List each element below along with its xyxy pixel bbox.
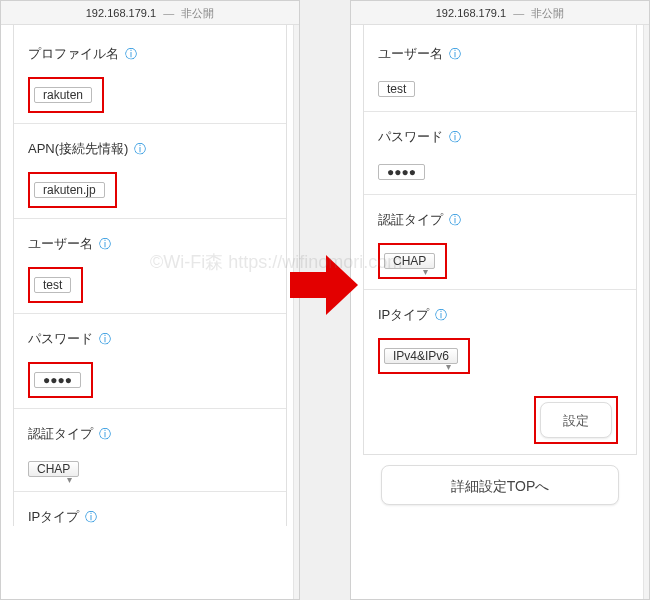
chevron-down-icon: ▾ <box>446 355 451 379</box>
password-label: パスワード <box>28 331 93 346</box>
address-bar-left: 192.168.179.1 — 非公開 <box>1 1 299 25</box>
apn-input[interactable]: rakuten.jp <box>34 182 105 198</box>
url-privacy: 非公開 <box>181 7 214 19</box>
apply-button[interactable]: 設定 <box>540 402 612 438</box>
password-input[interactable]: ●●●● <box>34 372 81 388</box>
highlight-box: ●●●● <box>28 362 93 398</box>
password-block: パスワード ⓘ ●●●● <box>364 112 636 194</box>
profile-name-input[interactable]: rakuten <box>34 87 92 103</box>
auth-type-block: 認証タイプ ⓘ CHAP ▾ <box>364 195 636 289</box>
url-ip: 192.168.179.1 <box>436 7 506 19</box>
chevron-down-icon: ▾ <box>423 260 428 284</box>
username-block: ユーザー名 ⓘ test <box>364 29 636 111</box>
help-icon[interactable]: ⓘ <box>99 236 111 253</box>
password-block: パスワード ⓘ ●●●● <box>14 314 286 408</box>
chevron-down-icon: ▾ <box>67 468 72 492</box>
help-icon[interactable]: ⓘ <box>99 331 111 348</box>
ip-type-select[interactable]: IPv4&IPv6 ▾ <box>384 348 458 364</box>
username-block: ユーザー名 ⓘ test <box>14 219 286 313</box>
auth-type-select[interactable]: CHAP ▾ <box>28 461 79 477</box>
auth-type-select[interactable]: CHAP ▾ <box>384 253 435 269</box>
back-to-top-button[interactable]: 詳細設定TOPへ <box>381 465 619 505</box>
ip-type-label: IPタイプ <box>28 509 79 524</box>
arrow-right-icon <box>290 250 360 320</box>
help-icon[interactable]: ⓘ <box>125 46 137 63</box>
auth-type-block: 認証タイプ ⓘ CHAP ▾ <box>14 409 286 491</box>
username-label: ユーザー名 <box>378 46 443 61</box>
highlight-box: rakuten.jp <box>28 172 117 208</box>
ip-type-block: IPタイプ ⓘ IPv4&IPv6 ▾ <box>364 290 636 384</box>
highlight-box: IPv4&IPv6 ▾ <box>378 338 470 374</box>
left-pane: 192.168.179.1 — 非公開 プロファイル名 ⓘ rakuten <box>0 0 300 600</box>
auth-type-label: 認証タイプ <box>378 212 443 227</box>
profile-name-block: プロファイル名 ⓘ rakuten <box>14 29 286 123</box>
help-icon[interactable]: ⓘ <box>449 212 461 229</box>
highlight-box: CHAP ▾ <box>378 243 447 279</box>
username-input[interactable]: test <box>378 81 415 97</box>
scrollbar[interactable] <box>643 25 649 599</box>
highlight-box: rakuten <box>28 77 104 113</box>
auth-type-value: CHAP <box>37 462 70 476</box>
highlight-box: 設定 <box>534 396 618 444</box>
password-input[interactable]: ●●●● <box>378 164 425 180</box>
username-input[interactable]: test <box>34 277 71 293</box>
apn-block: APN(接続先情報) ⓘ rakuten.jp <box>14 124 286 218</box>
right-pane: 192.168.179.1 — 非公開 ユーザー名 ⓘ test パスワ <box>350 0 650 600</box>
password-label: パスワード <box>378 129 443 144</box>
help-icon[interactable]: ⓘ <box>85 509 97 526</box>
help-icon[interactable]: ⓘ <box>99 426 111 443</box>
url-privacy: 非公開 <box>531 7 564 19</box>
auth-type-value: CHAP <box>393 254 426 268</box>
profile-name-label: プロファイル名 <box>28 46 119 61</box>
help-icon[interactable]: ⓘ <box>435 307 447 324</box>
ip-type-label: IPタイプ <box>378 307 429 322</box>
apn-label: APN(接続先情報) <box>28 141 128 156</box>
auth-type-label: 認証タイプ <box>28 426 93 441</box>
address-bar-right: 192.168.179.1 — 非公開 <box>351 1 649 25</box>
help-icon[interactable]: ⓘ <box>449 46 461 63</box>
help-icon[interactable]: ⓘ <box>449 129 461 146</box>
help-icon[interactable]: ⓘ <box>134 141 146 158</box>
ip-type-value: IPv4&IPv6 <box>393 349 449 363</box>
username-label: ユーザー名 <box>28 236 93 251</box>
url-ip: 192.168.179.1 <box>86 7 156 19</box>
ip-type-block: IPタイプ ⓘ <box>14 492 286 526</box>
highlight-box: test <box>28 267 83 303</box>
